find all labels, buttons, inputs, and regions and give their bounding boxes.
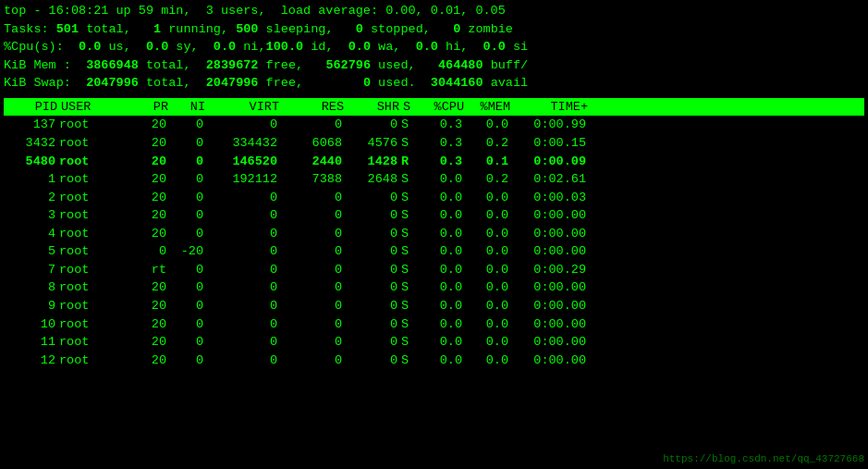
- cell-user: root: [59, 261, 133, 279]
- cell-cpu: 0.0: [420, 297, 466, 315]
- cell-s: S: [401, 170, 420, 189]
- cell-user: root: [59, 170, 133, 189]
- cell-ni: 0: [170, 225, 207, 243]
- cell-shr: 0: [346, 206, 401, 225]
- cell-virt: 0: [207, 225, 281, 243]
- cell-pid: 12: [4, 352, 59, 370]
- header-line-5: KiB Swap: 2047996 total, 2047996 free, 0…: [4, 74, 864, 93]
- cell-shr: 2648: [346, 170, 401, 189]
- col-virt-header: VIRT: [209, 98, 283, 117]
- col-res-header: RES: [283, 98, 348, 117]
- cell-time: 0:00.09: [512, 153, 586, 171]
- table-row: 2 root 20 0 0 0 0 S 0.0 0.0 0:00.03: [4, 189, 864, 207]
- cell-shr: 0: [346, 315, 401, 334]
- cell-pid: 5480: [4, 153, 59, 171]
- cell-shr: 0: [346, 116, 401, 134]
- cell-pr: 20: [133, 297, 170, 315]
- cell-pr: 20: [133, 333, 170, 352]
- cell-mem: 0.0: [466, 116, 512, 134]
- cell-ni: 0: [170, 153, 207, 171]
- cell-pr: 20: [133, 134, 170, 153]
- cell-virt: 0: [207, 315, 281, 334]
- col-s-header: S: [403, 98, 422, 117]
- header-line-2: Tasks: 501 total, 1 running, 500 sleepin…: [4, 20, 864, 39]
- cell-cpu: 0.3: [420, 134, 466, 153]
- cell-time: 0:00.29: [512, 261, 586, 279]
- cell-cpu: 0.3: [420, 116, 466, 134]
- table-row: 3432 root 20 0 334432 6068 4576 S 0.3 0.…: [4, 134, 864, 153]
- cell-time: 0:00.00: [512, 242, 586, 261]
- cell-virt: 0: [207, 278, 281, 297]
- cell-ni: 0: [170, 315, 207, 334]
- cell-res: 2440: [281, 153, 346, 171]
- cell-pr: 20: [133, 278, 170, 297]
- cell-cpu: 0.0: [420, 170, 466, 189]
- table-header: PID USER PR NI VIRT RES SHR S %CPU %MEM …: [4, 98, 864, 117]
- cell-s: S: [401, 189, 420, 207]
- cell-mem: 0.0: [466, 297, 512, 315]
- cell-pid: 2: [4, 189, 59, 207]
- cell-user: root: [59, 242, 133, 261]
- cell-s: S: [401, 315, 420, 334]
- cell-time: 0:00.15: [512, 134, 586, 153]
- cell-cpu: 0.0: [420, 206, 466, 225]
- cell-ni: 0: [170, 352, 207, 370]
- table-row: 5 root 0 -20 0 0 0 S 0.0 0.0 0:00.00: [4, 242, 864, 261]
- table-row: 10 root 20 0 0 0 0 S 0.0 0.0 0:00.00: [4, 315, 864, 334]
- cell-pid: 11: [4, 333, 59, 352]
- cell-virt: 0: [207, 206, 281, 225]
- cell-user: root: [59, 278, 133, 297]
- cell-shr: 0: [346, 333, 401, 352]
- cell-pid: 7: [4, 261, 59, 279]
- cell-ni: 0: [170, 261, 207, 279]
- table-row: 137 root 20 0 0 0 0 S 0.3 0.0 0:00.99: [4, 116, 864, 134]
- cell-virt: 192112: [207, 170, 281, 189]
- table-row: 5480 root 20 0 146520 2440 1428 R 0.3 0.…: [4, 153, 864, 171]
- cell-pid: 3432: [4, 134, 59, 153]
- cell-shr: 0: [346, 189, 401, 207]
- terminal: top - 16:08:21 up 59 min, 3 users, load …: [0, 0, 868, 469]
- cell-mem: 0.0: [466, 278, 512, 297]
- table-body: 137 root 20 0 0 0 0 S 0.3 0.0 0:00.99 34…: [4, 116, 864, 369]
- process-table: PID USER PR NI VIRT RES SHR S %CPU %MEM …: [4, 98, 864, 369]
- cell-cpu: 0.0: [420, 315, 466, 334]
- cell-virt: 334432: [207, 134, 281, 153]
- cell-time: 0:00.00: [512, 352, 586, 370]
- cell-mem: 0.2: [466, 134, 512, 153]
- cell-cpu: 0.0: [420, 352, 466, 370]
- cell-user: root: [59, 297, 133, 315]
- cell-time: 0:00.03: [512, 189, 586, 207]
- cell-pid: 3: [4, 206, 59, 225]
- col-mem-header: %MEM: [468, 98, 514, 117]
- cell-pid: 4: [4, 225, 59, 243]
- cell-pid: 5: [4, 242, 59, 261]
- cell-res: 0: [281, 189, 346, 207]
- cell-cpu: 0.0: [420, 242, 466, 261]
- cell-mem: 0.0: [466, 225, 512, 243]
- header-line-3: %Cpu(s): 0.0 us, 0.0 sy, 0.0 ni,100.0 id…: [4, 38, 864, 56]
- col-shr-header: SHR: [348, 98, 403, 117]
- cell-s: S: [401, 225, 420, 243]
- cell-res: 0: [281, 261, 346, 279]
- cell-mem: 0.0: [466, 352, 512, 370]
- cell-pr: 20: [133, 352, 170, 370]
- cell-res: 7388: [281, 170, 346, 189]
- cell-pid: 10: [4, 315, 59, 334]
- cell-pr: rt: [133, 261, 170, 279]
- cell-shr: 1428: [346, 153, 401, 171]
- cell-ni: 0: [170, 189, 207, 207]
- cell-virt: 0: [207, 261, 281, 279]
- cell-user: root: [59, 315, 133, 334]
- cell-shr: 0: [346, 242, 401, 261]
- cell-cpu: 0.0: [420, 225, 466, 243]
- cell-virt: 0: [207, 116, 281, 134]
- cell-user: root: [59, 116, 133, 134]
- cell-s: S: [401, 206, 420, 225]
- table-row: 11 root 20 0 0 0 0 S 0.0 0.0 0:00.00: [4, 333, 864, 352]
- cell-virt: 0: [207, 189, 281, 207]
- cell-res: 0: [281, 315, 346, 334]
- cell-pr: 0: [133, 242, 170, 261]
- cell-res: 0: [281, 278, 346, 297]
- cell-shr: 0: [346, 261, 401, 279]
- cell-pid: 1: [4, 170, 59, 189]
